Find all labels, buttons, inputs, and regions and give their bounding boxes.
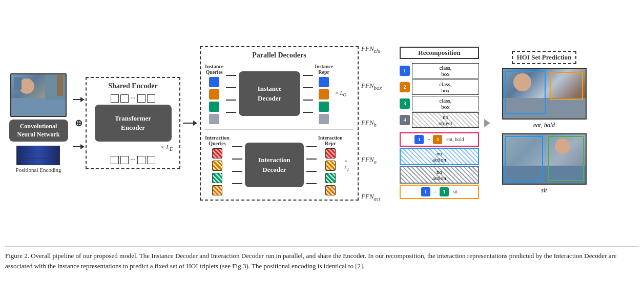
shared-encoder-section: Shared Encoder ··· Transformer Encoder ×… xyxy=(86,77,180,170)
transformer-encoder-box: Transformer Encoder xyxy=(95,105,172,142)
hoi-caption-2: sit xyxy=(541,187,547,194)
cnn-section: Convolutional Neural Network Positional … xyxy=(5,73,72,173)
hoi-image-2 xyxy=(502,133,587,185)
instance-decoder-box: Instance Decoder xyxy=(239,71,300,115)
ffn-section: FFNcls FFNbox FFNh FFNo FFNact xyxy=(359,28,397,218)
le-label: × LE xyxy=(160,144,175,152)
input-image xyxy=(10,73,67,117)
parallel-decoders-label: Parallel Decoders xyxy=(252,51,306,60)
ffn-act-label: FFNact xyxy=(361,192,397,202)
ffn-box-label: FFNbox xyxy=(361,82,397,91)
pos-encoding-label: Positional Encoding xyxy=(16,167,61,173)
hoi-title: HOI Set Prediction xyxy=(512,51,577,64)
recomposition-section: Recomposition 1 class,box 2 class,box 3 … xyxy=(397,47,482,200)
shared-encoder-label: Shared Encoder xyxy=(108,82,158,90)
recomposition-title: Recomposition xyxy=(400,47,479,59)
cnn-box: Convolutional Neural Network xyxy=(9,120,68,142)
recomp-to-hoi-arrow xyxy=(484,119,490,127)
ffn-h-label: FFNh xyxy=(361,118,397,128)
ffn-o-label: FFNo xyxy=(361,155,397,165)
li-label: × LI xyxy=(344,158,354,172)
interaction-decoder-box: Interaction Decoder xyxy=(245,143,304,187)
figure-caption: Figure 2. Overall pipeline of our propos… xyxy=(5,246,639,271)
hoi-section: HOI Set Prediction eat, hold xyxy=(493,51,595,195)
hoi-caption-1: eat, hold xyxy=(533,122,555,129)
cnn-to-encoder-arrow: ⊕ xyxy=(73,97,85,149)
hoi-image-1 xyxy=(502,68,587,120)
figure-container: Convolutional Neural Network Positional … xyxy=(5,5,639,271)
encoder-to-decoders-arrow xyxy=(183,121,197,126)
ffn-cls-label: FFNcls xyxy=(361,45,397,54)
lo-label: × LO xyxy=(335,90,346,97)
diagram-area: Convolutional Neural Network Positional … xyxy=(5,5,639,241)
pos-encoding-stack: Positional Encoding xyxy=(16,146,61,173)
parallel-decoders-section: Parallel Decoders InstanceQueries xyxy=(200,46,359,201)
